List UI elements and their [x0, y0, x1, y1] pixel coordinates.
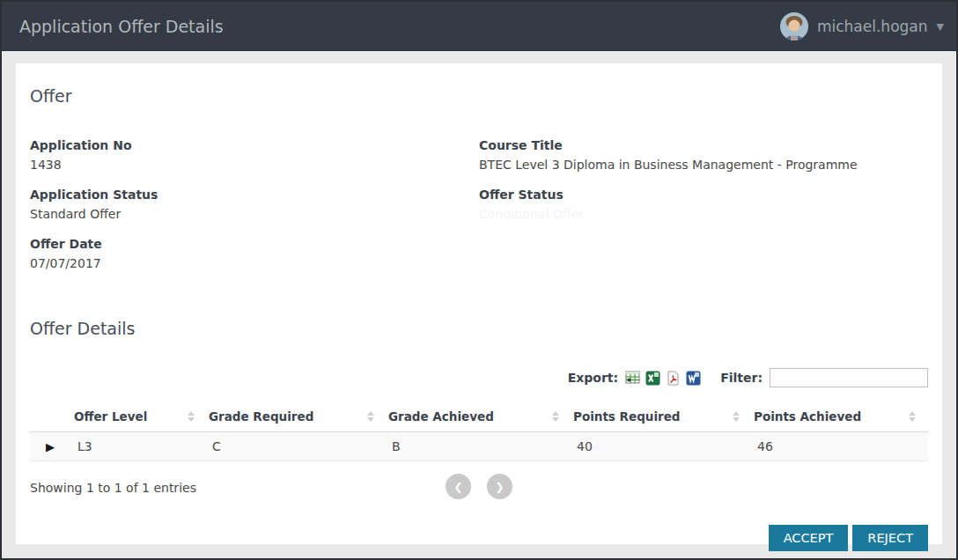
column-label: Grade Achieved — [388, 409, 494, 424]
sort-icon[interactable] — [733, 411, 740, 422]
table-footer: Showing 1 to 1 of 1 entries ❮ ❯ — [30, 474, 928, 502]
pagination-next-button[interactable]: ❯ — [487, 474, 512, 499]
table-toolbar: Export: — [30, 368, 928, 387]
field-application-status: Application Status Standard Offer — [30, 187, 479, 222]
field-value: BTEC Level 3 Diploma in Business Managem… — [479, 157, 928, 173]
cell-grade-required: C — [207, 432, 387, 461]
field-offer-date: Offer Date 07/07/2017 — [30, 236, 479, 271]
main-panel: Offer Application No 1438 Application St… — [16, 63, 942, 544]
sort-icon[interactable] — [367, 411, 374, 422]
field-label: Offer Date — [30, 236, 479, 252]
chevron-right-icon: ❯ — [495, 481, 504, 493]
offer-details-table: Offer Level Grade Required Grade Achieve… — [30, 402, 928, 461]
user-name: michael.hogan — [817, 18, 928, 35]
table-header-row: Offer Level Grade Required Grade Achieve… — [30, 402, 928, 432]
sort-icon[interactable] — [188, 411, 195, 422]
cell-offer-level: L3 — [72, 432, 207, 461]
top-bar: Application Offer Details michael.hogan … — [2, 2, 956, 51]
field-value-faint: Conditional Offer — [479, 206, 928, 222]
filter-input[interactable] — [770, 368, 928, 387]
field-application-no: Application No 1438 — [30, 137, 479, 173]
filter-label: Filter: — [720, 371, 763, 385]
sort-icon[interactable] — [909, 411, 916, 422]
caret-down-icon: ▼ — [937, 19, 944, 33]
table-row: ▶ L3 C B 40 46 — [30, 432, 928, 461]
action-buttons: ACCEPT REJECT — [30, 525, 928, 551]
field-course-title: Course Title BTEC Level 3 Diploma in Bus… — [479, 137, 928, 173]
column-header-grade-required[interactable]: Grade Required — [207, 402, 387, 432]
page-title: Application Offer Details — [19, 17, 224, 36]
user-photo-avatar-icon — [780, 12, 808, 41]
column-label: Offer Level — [74, 409, 147, 424]
pagination-prev-button[interactable]: ❮ — [446, 474, 471, 499]
column-header-points-achieved[interactable]: Points Achieved — [752, 402, 928, 432]
reject-button[interactable]: REJECT — [852, 525, 928, 551]
expand-column-header — [30, 402, 72, 432]
field-label: Application No — [30, 137, 479, 153]
chevron-left-icon: ❮ — [453, 481, 462, 493]
field-value: 07/07/2017 — [30, 255, 479, 271]
offer-fields-left: Application No 1438 Application Status S… — [30, 137, 479, 285]
row-expander-icon[interactable]: ▶ — [35, 440, 55, 453]
pagination: ❮ ❯ — [30, 474, 928, 499]
excel-icon[interactable] — [645, 371, 660, 386]
user-menu[interactable]: michael.hogan ▼ — [780, 12, 944, 41]
app-window: Application Offer Details michael.hogan … — [0, 0, 958, 560]
field-value: Standard Offer — [30, 206, 479, 222]
export-icons — [625, 371, 701, 386]
column-header-grade-achieved[interactable]: Grade Achieved — [387, 402, 571, 432]
offer-section-heading: Offer — [30, 63, 928, 106]
field-value: 1438 — [30, 157, 479, 173]
word-icon[interactable] — [686, 371, 701, 386]
column-header-points-required[interactable]: Points Required — [571, 402, 752, 432]
field-label: Offer Status — [479, 187, 928, 203]
field-offer-status: Offer Status Conditional Offer — [479, 187, 928, 222]
field-label: Course Title — [479, 137, 928, 153]
offer-details-section-heading: Offer Details — [30, 319, 928, 338]
column-label: Grade Required — [209, 409, 313, 424]
cell-grade-achieved: B — [387, 432, 571, 461]
excel-grid-icon[interactable] — [625, 371, 640, 386]
cell-points-achieved: 46 — [752, 432, 928, 461]
column-label: Points Achieved — [754, 409, 861, 424]
field-label: Application Status — [30, 187, 479, 203]
export-label: Export: — [568, 371, 618, 385]
accept-button[interactable]: ACCEPT — [769, 525, 849, 551]
cell-points-required: 40 — [571, 432, 752, 461]
column-label: Points Required — [573, 409, 681, 424]
pdf-icon[interactable] — [666, 371, 681, 386]
offer-fields-right: Course Title BTEC Level 3 Diploma in Bus… — [479, 137, 928, 285]
column-header-offer-level[interactable]: Offer Level — [72, 402, 207, 432]
user-avatar — [780, 12, 808, 41]
sort-icon[interactable] — [552, 411, 559, 422]
offer-fields: Application No 1438 Application Status S… — [30, 137, 928, 285]
